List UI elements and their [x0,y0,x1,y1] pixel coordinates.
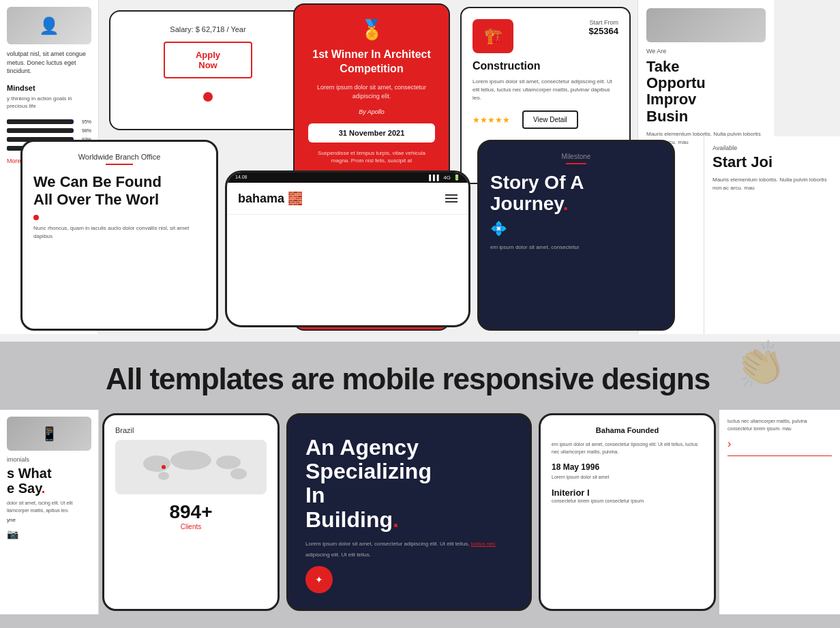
agency-desc: Lorem ipsum dolor sit amet, consectetur … [305,540,513,548]
construction-header: 🏗️ Start From $25364 [472,19,618,53]
instagram-icon[interactable]: 📷 [7,528,91,539]
world-body: Nunc rhoncus, quam in iaculis aucto dolo… [33,224,205,241]
svg-point-6 [162,465,166,469]
journey-card: Milestone Story Of AJourney. 💠 em ipsum … [477,140,675,331]
bahama-phone: 14.08 ▌▌▌ 4G 🔋 bahama 🧱 [225,170,470,327]
construction-img: 🏗️ [472,19,513,53]
what-say-title: s Whate Say. [7,466,91,496]
journey-decorations: 💠 [490,220,662,237]
start-join-card: Available Start Joi Mauris elementum lob… [704,136,840,334]
competition-desc: Lorem ipsum dolor sit amet, consectetur … [308,83,435,102]
worldwide-label: Worldwide Branch Office [33,153,205,161]
bahama-founded-date-desc: Lorem ipsum dolor sit amet [552,475,703,479]
right-final-desc: luctus nec ullamcorper mattis, pulvina c… [728,418,832,432]
bahama-founded-header: Bahama Founded [552,426,703,434]
skill-bar-2 [7,128,74,133]
skill-pct-1: 95% [76,119,91,124]
person-image: 👤 [7,7,91,44]
apply-now-button[interactable]: Apply Now [164,42,252,78]
agency-title: An AgencySpecializingInBuilding. [305,436,513,532]
agency-card: An AgencySpecializingInBuilding. Lorem i… [286,413,532,611]
take-opp-title: TakeOpportuImprovBusin [646,59,766,125]
thinking-text: y thinking in action goals in precious l… [7,95,91,110]
svg-point-1 [143,455,170,472]
lorem-text: volutpat nisl, sit amet congue metus. Do… [7,50,91,76]
start-from-label: Start From [589,19,618,26]
svg-point-5 [158,472,169,480]
world-map-card: Brazil 894+ Clients [102,413,280,611]
world-title: We Can Be FoundAll Over The World [33,173,205,209]
svg-point-3 [216,455,241,469]
radio-dot [203,92,213,102]
divider-line [728,455,832,456]
agency-link: luctus nec [471,541,496,547]
construction-desc: Lorem ipsum dolor sit amet, consectetur … [472,78,618,102]
journey-dot: . [563,193,569,214]
world-map-svg [123,443,259,491]
red-circle-button[interactable]: ✦ [305,566,333,593]
bahama-status-bar: 14.08 ▌▌▌ 4G 🔋 [227,173,468,183]
agency-dot: . [393,507,399,532]
job-card: Salary: $ 62,718 / Year Apply Now [109,10,307,130]
hamburger-menu[interactable] [445,194,457,203]
interior-title: Initerior I [552,488,703,498]
salary-text: Salary: $ 62,718 / Year [124,25,292,33]
middle-section: Worldwide Branch Office We Can Be FoundA… [0,136,840,334]
clients-label: Clients [115,523,267,530]
competition-title: 1st Winner In Architect Competition [308,48,435,76]
signal-icon: ▌▌▌ [429,175,440,181]
stars: ★★★★★ [472,115,510,125]
bahama-icon: 🧱 [288,192,303,205]
available-text: Available [712,145,832,151]
milestone-label: Milestone [490,153,662,160]
start-join-title: Start Joi [712,154,832,170]
milestone-underline [566,163,586,164]
clients-number: 894+ [115,501,267,523]
bottom-overlay: All templates are mobile responsive desi… [0,342,840,628]
bahama-logo: bahama 🧱 [238,191,303,206]
construction-footer: ★★★★★ View Detail [472,110,618,129]
view-detail-button[interactable]: View Detail [522,110,578,129]
interior-desc: consectetur lorem ipsum consectetur ipsu… [552,498,703,505]
we-are-text: We Are [646,48,766,55]
person-name: yne [7,517,91,523]
price-label: $25364 [589,26,618,36]
right-img [646,8,766,42]
bahama-founded-body: em ipsum dolor sit amet, consectetur lip… [552,441,703,455]
bahama-nav: bahama 🧱 [227,183,468,215]
bahama-founded-date: 18 May 1996 [552,462,703,472]
responsive-text: All templates are mobile responsive desi… [0,342,840,410]
testimonials-label: imonials [7,456,91,463]
worldwide-underline [106,164,133,165]
agency-desc-2: adipiscing elit. Ut elit tellus. [305,551,513,559]
brazil-label: Brazil [115,426,267,434]
right-final-card: luctus nec ullamcorper mattis, pulvina c… [719,410,840,614]
by-text: By Apollo [308,108,435,115]
mindset-label: Mindset [7,84,91,92]
bahama-time: 14.08 [235,175,247,181]
journey-title: Story Of AJourney. [490,173,662,215]
world-card: Worldwide Branch Office We Can Be FoundA… [20,140,218,331]
testimonials-card: 📱 imonials s Whate Say. dolor sit amet, … [0,410,99,614]
battery-icon: 🔋 [453,175,460,181]
network-label: 4G [443,175,451,181]
svg-point-4 [230,468,247,479]
construction-title: Construction [472,60,618,72]
skill-pct-2: 98% [76,128,91,133]
testimonial-body: dolor sit amet, iscing elit. Ut elit lla… [7,500,91,514]
bottom-cards-row: 📱 imonials s Whate Say. dolor sit amet, … [0,410,840,614]
start-join-desc: Mauris elementum lobortis. Nulla pulvin … [712,176,832,192]
skill-bar-1 [7,119,74,124]
what-say-dot: . [42,481,46,496]
world-map-image [115,440,267,494]
blue-star-icon: 💠 [490,220,507,237]
journey-desc: em ipsum dolor sit amet, consectetur [490,243,662,252]
medal-icon: 🏅 [308,18,435,41]
skill-row-1: 95% [7,119,91,124]
bahama-founded-card: Bahama Founded em ipsum dolor sit amet, … [539,413,716,611]
world-dot [33,215,39,220]
4g-icon: 📱 [41,425,58,442]
skill-row-2: 98% [7,128,91,133]
testimonials-img: 📱 [7,417,91,451]
chevron-right-icon[interactable]: › [728,438,832,450]
